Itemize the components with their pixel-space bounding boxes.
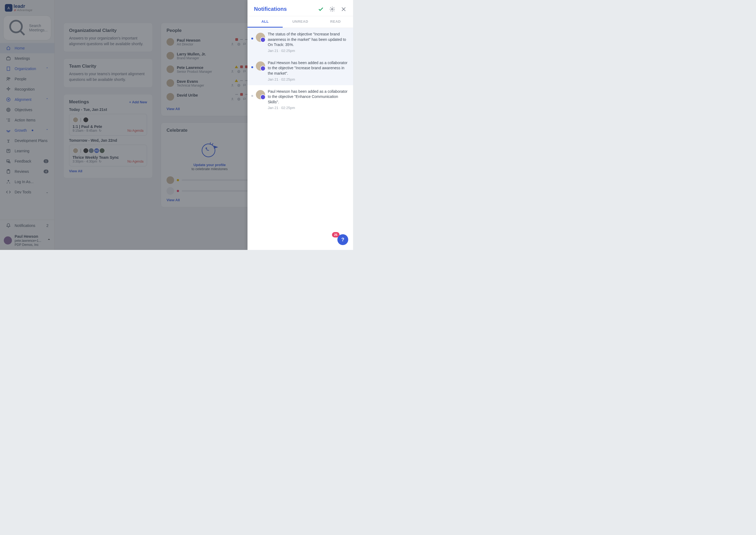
avatar — [256, 33, 265, 42]
avatar — [256, 90, 265, 99]
notification-text: Paul Hewson has been added as a collabor… — [268, 89, 348, 105]
notification-time: Jan 21 · 02:25pm — [268, 49, 348, 53]
tab-unread[interactable]: UNREAD — [283, 16, 318, 28]
avatar — [256, 61, 265, 70]
notifications-panel: Notifications ALL UNREAD READ The status… — [248, 0, 353, 250]
tab-read[interactable]: READ — [318, 16, 353, 28]
notification-time: Jan 21 · 02:25pm — [268, 77, 348, 81]
unread-indicator — [251, 95, 253, 97]
notification-text: The status of the objective "Increase br… — [268, 32, 348, 48]
notification-text: Paul Hewson has been added as a collabor… — [268, 60, 348, 76]
notification-item[interactable]: Paul Hewson has been added as a collabor… — [248, 57, 353, 85]
svg-point-36 — [331, 8, 333, 10]
panel-title: Notifications — [254, 6, 313, 12]
unread-indicator — [251, 66, 253, 68]
close-button[interactable] — [341, 6, 347, 12]
notification-item[interactable]: The status of the objective "Increase br… — [248, 28, 353, 57]
mark-read-button[interactable] — [318, 6, 324, 12]
notification-time: Jan 21 · 02:25pm — [268, 106, 348, 110]
unread-indicator — [251, 38, 253, 40]
tab-all[interactable]: ALL — [248, 16, 283, 28]
settings-button[interactable] — [329, 6, 335, 12]
notification-item[interactable]: Paul Hewson has been added as a collabor… — [248, 85, 353, 114]
help-button[interactable]: ? — [337, 234, 348, 245]
